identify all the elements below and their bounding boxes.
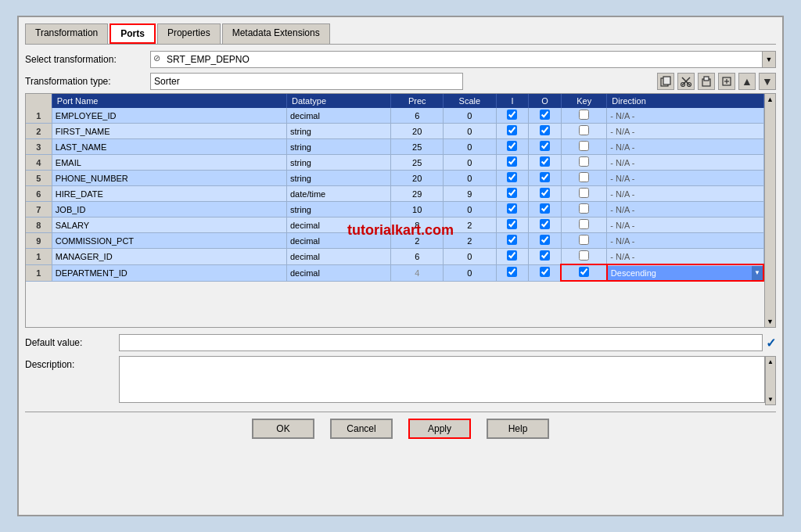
ok-button[interactable]: OK bbox=[252, 419, 314, 439]
desc-scroll-down[interactable]: ▼ bbox=[766, 394, 775, 404]
port-name-cell[interactable]: EMAIL bbox=[52, 155, 286, 171]
o-checkbox-cell[interactable] bbox=[529, 264, 562, 281]
key-checkbox[interactable] bbox=[579, 267, 589, 277]
scroll-down-arrow[interactable]: ▼ bbox=[765, 316, 775, 327]
scroll-up-arrow[interactable]: ▲ bbox=[765, 94, 775, 105]
direction-cell[interactable]: - N/A - bbox=[607, 233, 763, 249]
i-checkbox[interactable] bbox=[507, 172, 517, 182]
direction-cell[interactable]: - N/A - bbox=[607, 124, 763, 139]
direction-cell[interactable]: - N/A - bbox=[607, 202, 763, 217]
tab-transformation[interactable]: Transformation bbox=[25, 23, 108, 44]
direction-cell[interactable]: - N/A - bbox=[607, 108, 763, 124]
tab-properties[interactable]: Properties bbox=[157, 23, 221, 44]
i-checkbox[interactable] bbox=[507, 188, 517, 198]
o-checkbox[interactable] bbox=[540, 235, 550, 245]
description-textarea[interactable] bbox=[119, 356, 765, 403]
key-checkbox-cell[interactable] bbox=[561, 186, 606, 202]
o-checkbox-cell[interactable] bbox=[529, 202, 562, 217]
i-checkbox-cell[interactable] bbox=[496, 139, 529, 155]
o-checkbox-cell[interactable] bbox=[529, 171, 562, 186]
o-checkbox-cell[interactable] bbox=[529, 233, 562, 249]
o-checkbox[interactable] bbox=[540, 188, 550, 198]
key-checkbox[interactable] bbox=[579, 219, 589, 229]
i-checkbox[interactable] bbox=[507, 110, 517, 120]
i-checkbox[interactable] bbox=[507, 219, 517, 229]
o-checkbox[interactable] bbox=[540, 203, 550, 214]
o-checkbox-cell[interactable] bbox=[529, 139, 562, 155]
i-checkbox-cell[interactable] bbox=[496, 217, 529, 233]
o-checkbox[interactable] bbox=[540, 125, 550, 135]
i-checkbox-cell[interactable] bbox=[496, 155, 529, 171]
i-checkbox[interactable] bbox=[507, 156, 517, 167]
i-checkbox[interactable] bbox=[507, 141, 517, 151]
port-name-cell[interactable]: PHONE_NUMBER bbox=[52, 171, 286, 186]
o-checkbox-cell[interactable] bbox=[529, 108, 562, 124]
help-button[interactable]: Help bbox=[487, 419, 549, 439]
desc-scroll-up[interactable]: ▲ bbox=[766, 357, 775, 367]
o-checkbox[interactable] bbox=[540, 110, 550, 120]
o-checkbox[interactable] bbox=[540, 156, 550, 167]
i-checkbox-cell[interactable] bbox=[496, 264, 529, 281]
key-checkbox-cell[interactable] bbox=[561, 155, 606, 171]
key-checkbox[interactable] bbox=[579, 110, 589, 120]
o-checkbox[interactable] bbox=[540, 141, 550, 151]
direction-cell[interactable]: - N/A - bbox=[607, 186, 763, 202]
o-checkbox-cell[interactable] bbox=[529, 217, 562, 233]
i-checkbox[interactable] bbox=[507, 235, 517, 245]
default-value-input[interactable] bbox=[119, 334, 763, 351]
port-name-cell[interactable]: EMPLOYEE_ID bbox=[52, 108, 286, 124]
key-checkbox-cell[interactable] bbox=[561, 264, 606, 281]
port-name-cell[interactable]: COMMISSION_PCT bbox=[52, 233, 286, 249]
direction-cell[interactable]: - N/A - bbox=[607, 171, 763, 186]
port-name-cell[interactable]: DEPARTMENT_ID bbox=[52, 264, 286, 281]
o-checkbox-cell[interactable] bbox=[529, 186, 562, 202]
up-arrow-icon[interactable]: ▲ bbox=[738, 73, 756, 90]
key-checkbox-cell[interactable] bbox=[561, 202, 606, 217]
port-name-cell[interactable]: FIRST_NAME bbox=[52, 124, 286, 139]
o-checkbox-cell[interactable] bbox=[529, 124, 562, 139]
key-checkbox[interactable] bbox=[579, 156, 589, 167]
key-checkbox[interactable] bbox=[579, 172, 589, 182]
cut-icon[interactable] bbox=[677, 73, 695, 90]
table-scrollbar[interactable]: ▲ ▼ bbox=[764, 94, 775, 327]
port-name-cell[interactable]: JOB_ID bbox=[52, 202, 286, 217]
direction-select[interactable]: AscendingDescending bbox=[608, 266, 763, 280]
i-checkbox-cell[interactable] bbox=[496, 202, 529, 217]
i-checkbox[interactable] bbox=[507, 203, 517, 214]
o-checkbox[interactable] bbox=[540, 172, 550, 182]
i-checkbox-cell[interactable] bbox=[496, 233, 529, 249]
key-checkbox-cell[interactable] bbox=[561, 217, 606, 233]
port-name-cell[interactable]: SALARY bbox=[52, 217, 286, 233]
key-checkbox[interactable] bbox=[579, 203, 589, 214]
o-checkbox[interactable] bbox=[540, 219, 550, 229]
tab-ports[interactable]: Ports bbox=[110, 23, 156, 44]
i-checkbox-cell[interactable] bbox=[496, 171, 529, 186]
o-checkbox[interactable] bbox=[540, 267, 550, 277]
cancel-button[interactable]: Cancel bbox=[330, 419, 393, 439]
ports-table-scroll[interactable]: Port Name Datatype Prec Scale I O Key Di… bbox=[26, 94, 775, 282]
o-checkbox-cell[interactable] bbox=[529, 249, 562, 265]
o-checkbox[interactable] bbox=[540, 250, 550, 261]
i-checkbox-cell[interactable] bbox=[496, 108, 529, 124]
i-checkbox[interactable] bbox=[507, 267, 517, 277]
apply-button[interactable]: Apply bbox=[408, 419, 471, 439]
key-checkbox[interactable] bbox=[579, 235, 589, 245]
direction-cell[interactable]: - N/A - bbox=[607, 217, 763, 233]
description-scrollbar[interactable]: ▲ ▼ bbox=[765, 356, 776, 405]
i-checkbox-cell[interactable] bbox=[496, 249, 529, 265]
tab-metadata-extensions[interactable]: Metadata Extensions bbox=[222, 23, 330, 44]
i-checkbox[interactable] bbox=[507, 125, 517, 135]
key-checkbox-cell[interactable] bbox=[561, 139, 606, 155]
port-name-cell[interactable]: LAST_NAME bbox=[52, 139, 286, 155]
port-name-cell[interactable]: MANAGER_ID bbox=[52, 249, 286, 265]
i-checkbox-cell[interactable] bbox=[496, 124, 529, 139]
key-checkbox-cell[interactable] bbox=[561, 233, 606, 249]
key-checkbox-cell[interactable] bbox=[561, 171, 606, 186]
down-arrow-icon[interactable]: ▼ bbox=[759, 73, 776, 90]
key-checkbox[interactable] bbox=[579, 188, 589, 198]
direction-cell[interactable]: - N/A - bbox=[607, 249, 763, 265]
new-icon[interactable] bbox=[718, 73, 735, 90]
key-checkbox[interactable] bbox=[579, 250, 589, 261]
key-checkbox[interactable] bbox=[579, 141, 589, 151]
key-checkbox-cell[interactable] bbox=[561, 108, 606, 124]
